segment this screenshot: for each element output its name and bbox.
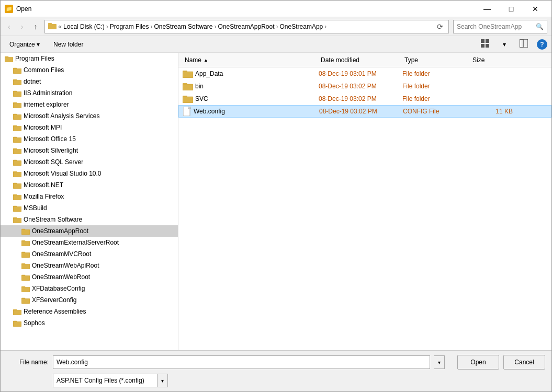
new-folder-button[interactable]: New folder <box>49 39 88 50</box>
sidebar-item-microsoftanalysisservices[interactable]: Microsoft Analysis Services <box>1 110 178 122</box>
column-header-date[interactable]: Date modified <box>319 56 402 64</box>
folder-icon <box>21 238 30 247</box>
sidebar-item-onestreamwebapiroot[interactable]: OneStreamWebApiRoot <box>1 260 178 271</box>
secondary-toolbar: Organize ▾ New folder ▾ ? <box>1 36 551 53</box>
view-dropdown-button[interactable]: ▾ <box>498 39 511 50</box>
sidebar-item-label: OneStreamExternalServerRoot <box>32 239 119 246</box>
folder-icon <box>5 54 13 63</box>
dialog-title: Open <box>16 5 31 13</box>
svg-rect-0 <box>48 24 57 29</box>
file-name-label: App_Data <box>195 70 223 77</box>
file-row[interactable]: SVC08-Dec-19 03:02 PMFile folder <box>178 93 551 105</box>
file-name-label: Web.config <box>194 108 225 115</box>
sidebar-item-commonfiles[interactable]: Common Files <box>1 64 178 76</box>
sidebar-item-iisadministration[interactable]: IIS Administration <box>1 87 178 99</box>
breadcrumb-onestream-software[interactable]: OneStream Software <box>154 23 212 30</box>
svg-rect-3 <box>486 39 489 43</box>
title-bar: 📁 Open — □ ✕ <box>1 1 551 17</box>
folder-icon <box>13 112 21 120</box>
file-type-cell: File folder <box>402 70 470 77</box>
sidebar-item-onestreamsoftware[interactable]: OneStream Software <box>1 214 178 225</box>
filename-dropdown-button[interactable]: ▾ <box>434 355 445 369</box>
file-panel: Name ▲ Date modified Type Size App_Data0… <box>178 53 551 350</box>
filetype-row: ASP.NET Config Files (*.config) ▾ <box>7 374 545 387</box>
folder-icon <box>13 158 21 166</box>
forward-button[interactable]: › <box>18 20 27 33</box>
pane-button[interactable] <box>515 37 533 51</box>
file-type-cell: CONFIG File <box>403 108 471 115</box>
back-button[interactable]: ‹ <box>5 20 14 33</box>
sidebar-item-label: dotnet <box>24 78 41 85</box>
search-icon: 🔍 <box>536 23 544 30</box>
file-name-cell: SVC <box>183 95 319 103</box>
breadcrumb-onestream-app[interactable]: OneStreamApp <box>280 23 323 30</box>
sidebar-item-microsoftsqlserver[interactable]: Microsoft SQL Server <box>1 156 178 168</box>
folder-icon <box>21 250 30 258</box>
svg-rect-1 <box>48 23 52 25</box>
folder-icon <box>13 66 21 74</box>
open-button[interactable]: Open <box>457 355 499 370</box>
sidebar-item-xfserverconfig[interactable]: XFServerConfig <box>1 294 178 306</box>
filetype-display: ASP.NET Config Files (*.config) <box>53 374 157 387</box>
sidebar-item-microsoftvisualstudio10.0[interactable]: Microsoft Visual Studio 10.0 <box>1 168 178 179</box>
search-box[interactable]: 🔍 <box>453 20 547 33</box>
sidebar-item-microsoftsilverlight[interactable]: Microsoft Silverlight <box>1 145 178 156</box>
breadcrumb-local-disk[interactable]: Local Disk (C:) <box>63 23 105 30</box>
sidebar-item-label: XFServerConfig <box>32 296 76 304</box>
address-bar[interactable]: « Local Disk (C:) › Program Files › OneS… <box>44 20 449 33</box>
filetype-dropdown-button[interactable]: ▾ <box>157 374 168 387</box>
sidebar-item-xfdatabaseconfig[interactable]: XFDatabaseConfig <box>1 283 178 294</box>
maximize-button[interactable]: □ <box>499 1 523 17</box>
sidebar-item-onestreammvcroot[interactable]: OneStreamMVCRoot <box>1 248 178 260</box>
cancel-button[interactable]: Cancel <box>503 355 545 370</box>
sort-arrow-name: ▲ <box>204 57 208 63</box>
sidebar-item-microsoftmpi[interactable]: Microsoft MPI <box>1 122 178 133</box>
sidebar-item-programfiles[interactable]: Program Files <box>1 53 178 64</box>
close-button[interactable]: ✕ <box>523 1 547 17</box>
folder-icon <box>13 100 21 109</box>
folder-icon <box>13 123 21 132</box>
sidebar-item-microsoft.net[interactable]: Microsoft.NET <box>1 179 178 191</box>
file-type-cell: File folder <box>402 95 470 102</box>
search-input[interactable] <box>457 23 536 30</box>
breadcrumb-onestream-approot[interactable]: OneStreamAppRoot <box>218 23 274 30</box>
column-header-name[interactable]: Name ▲ <box>183 56 319 64</box>
file-date-cell: 08-Dec-19 03:01 PM <box>319 70 402 77</box>
sidebar-item-sophos[interactable]: Sophos <box>1 317 178 329</box>
sidebar-item-onestreamexternalserverroot[interactable]: OneStreamExternalServerRoot <box>1 237 178 248</box>
refresh-button[interactable]: ⟳ <box>435 21 445 32</box>
help-button[interactable]: ? <box>537 39 547 50</box>
sidebar-item-label: OneStreamWebRoot <box>32 273 90 281</box>
folder-icon <box>183 95 193 103</box>
sidebar-item-label: Microsoft Silverlight <box>24 147 78 154</box>
file-row[interactable]: App_Data08-Dec-19 03:01 PMFile folder <box>178 67 551 80</box>
file-row[interactable]: Web.config08-Dec-19 03:02 PMCONFIG File1… <box>178 105 551 118</box>
organize-button[interactable]: Organize ▾ <box>5 39 44 50</box>
file-name-cell: App_Data <box>183 70 319 78</box>
sidebar-item-internetexplorer[interactable]: internet explorer <box>1 99 178 110</box>
view-button-grid[interactable] <box>476 37 494 51</box>
folder-icon <box>13 89 21 97</box>
sidebar-item-microsoftoffice15[interactable]: Microsoft Office 15 <box>1 133 178 145</box>
sidebar-item-onestreamwebroot[interactable]: OneStreamWebRoot <box>1 271 178 283</box>
file-row[interactable]: bin08-Dec-19 03:02 PMFile folder <box>178 80 551 93</box>
sidebar-item-referenceassemblies[interactable]: Reference Assemblies <box>1 306 178 317</box>
minimize-button[interactable]: — <box>475 1 499 17</box>
sidebar-item-label: OneStream Software <box>24 216 82 223</box>
sidebar-item-label: Program Files <box>15 55 54 62</box>
bottom-bar: File name: ▾ Open Cancel ASP.NET Config … <box>1 350 551 391</box>
sidebar-item-dotnet[interactable]: dotnet <box>1 76 178 87</box>
filename-input[interactable] <box>53 355 430 369</box>
breadcrumb-program-files[interactable]: Program Files <box>110 23 149 30</box>
folder-icon <box>13 135 21 143</box>
sidebar-item-mozillafirefox[interactable]: Mozilla Firefox <box>1 191 178 202</box>
column-header-size[interactable]: Size <box>470 56 512 64</box>
filename-label: File name: <box>7 359 49 366</box>
sidebar-item-label: Microsoft MPI <box>24 124 62 131</box>
column-header-type[interactable]: Type <box>402 56 470 64</box>
sidebar-item-msbuild[interactable]: MSBuild <box>1 202 178 214</box>
main-content: Program Files Common Files dotnet IIS Ad… <box>1 53 551 350</box>
dialog-icon: 📁 <box>5 5 13 13</box>
sidebar-item-onestreamapproot[interactable]: OneStreamAppRoot <box>1 225 178 237</box>
up-button[interactable]: ↑ <box>30 20 40 33</box>
